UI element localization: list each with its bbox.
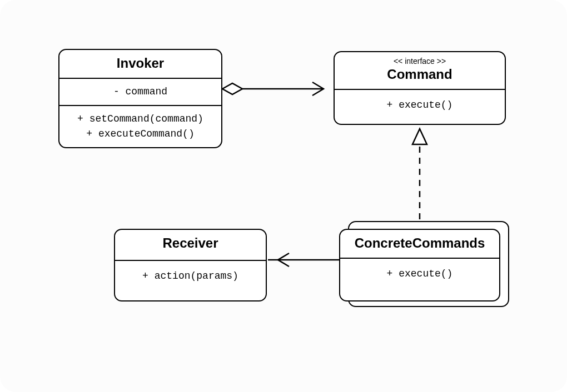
class-concrete: ConcreteCommands + execute() [339,229,500,301]
class-receiver: Receiver + action(params) [114,229,267,301]
svg-marker-0 [222,83,242,94]
class-invoker-title: Invoker [59,50,221,78]
class-receiver-title: Receiver [115,230,266,260]
class-command-stereotype: << interface >> [335,52,505,66]
class-command-title: Command [335,66,505,89]
class-invoker-attrs: - command [59,78,221,105]
class-command: << interface >> Command + execute() [334,51,506,125]
class-receiver-ops: + action(params) [115,260,266,300]
class-concrete-title: ConcreteCommands [340,230,499,258]
op-line: + setCommand(command) [64,112,217,127]
op-line: + execute() [345,267,495,282]
class-concrete-ops: + execute() [340,258,499,300]
op-line: + action(params) [120,269,261,284]
rel-concrete-command [412,129,427,219]
svg-marker-3 [412,129,427,144]
attr-line: - command [64,84,217,99]
op-line: + executeCommand() [64,127,217,142]
op-line: + execute() [339,98,500,113]
class-invoker-ops: + setCommand(command) + executeCommand() [59,105,221,147]
class-command-ops: + execute() [335,89,505,124]
rel-concrete-receiver [268,253,339,267]
class-invoker: Invoker - command + setCommand(command) … [58,49,222,148]
uml-diagram-canvas: Invoker - command + setCommand(command) … [0,0,567,392]
rel-invoker-command [222,82,324,96]
